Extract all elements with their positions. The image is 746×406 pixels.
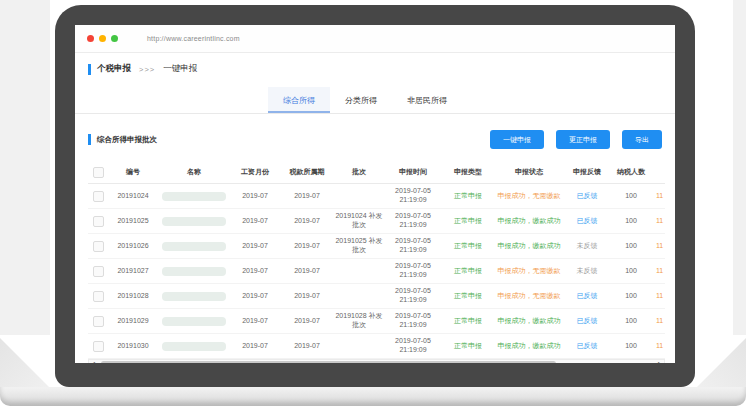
cell-name (158, 317, 230, 326)
table-row[interactable]: 20191027 2019-07 2019-07 2019-07-05 21:1… (88, 259, 665, 284)
laptop-base (0, 387, 746, 406)
cell-declare-type: 正常申报 (442, 342, 494, 351)
cell-taxpayer-count: 100 (610, 192, 652, 201)
cell-declare-type: 正常申报 (442, 242, 494, 251)
cell-feedback: 已反馈 (564, 192, 610, 201)
name-placeholder (162, 242, 226, 251)
cell-name (158, 192, 230, 201)
table-row[interactable]: 20191029 2019-07 2019-07 20191028 补发批次 2… (88, 309, 665, 334)
browser-window: http://www.careerintlinc.com 个税申报 >>> 一键… (75, 25, 675, 363)
traffic-light-minimize-icon[interactable] (99, 35, 106, 42)
breadcrumb: 个税申报 >>> 一键申报 (88, 63, 675, 75)
cell-feedback: 未反馈 (564, 267, 610, 276)
col-header-id: 编号 (108, 168, 158, 177)
row-checkbox[interactable] (93, 266, 104, 277)
cell-id: 20191027 (108, 267, 158, 276)
col-header-declare-time: 申报时间 (384, 168, 442, 177)
name-placeholder (162, 342, 226, 351)
name-placeholder (162, 192, 226, 201)
cell-feedback: 已反馈 (564, 342, 610, 351)
cell-declare-time: 2019-07-05 21:19:09 (384, 237, 442, 255)
tab-comprehensive-income[interactable]: 综合所得 (268, 87, 330, 113)
col-header-salary-month: 工资月份 (230, 168, 280, 177)
cell-tax-period: 2019-07 (280, 217, 334, 226)
row-checkbox[interactable] (93, 291, 104, 302)
scroll-right-icon[interactable]: ► (657, 360, 662, 363)
correct-declare-button[interactable]: 更正申报 (556, 130, 610, 149)
breadcrumb-current: 一键申报 (163, 63, 197, 75)
col-header-batch: 批次 (334, 168, 384, 177)
select-all-checkbox[interactable] (93, 167, 104, 178)
cell-salary-month: 2019-07 (230, 292, 280, 301)
table-row[interactable]: 20191024 2019-07 2019-07 2019-07-05 21:1… (88, 184, 665, 209)
cell-declare-status: 申报成功，无需缴款 (494, 292, 564, 301)
cell-feedback: 已反馈 (564, 292, 610, 301)
tab-nonresident-income[interactable]: 非居民所得 (392, 87, 462, 113)
cell-declare-type: 正常申报 (442, 267, 494, 276)
col-header-name: 名称 (158, 168, 230, 177)
table-row[interactable]: 20191026 2019-07 2019-07 20191025 补发批次 2… (88, 234, 665, 259)
name-placeholder (162, 292, 226, 301)
cell-salary-month: 2019-07 (230, 242, 280, 251)
browser-toolbar: http://www.careerintlinc.com (75, 25, 675, 53)
table-row[interactable]: 20191028 2019-07 2019-07 2019-07-05 21:1… (88, 284, 665, 309)
table-row[interactable]: 20191030 2019-07 2019-07 2019-07-05 21:1… (88, 334, 665, 359)
row-checkbox[interactable] (93, 316, 104, 327)
cell-feedback: 未反馈 (564, 242, 610, 251)
table-header-row: 编号 名称 工资月份 税款所属期 批次 申报时间 申报类型 申报状态 申报反馈 … (88, 162, 665, 184)
tab-divider (75, 113, 675, 114)
cell-salary-month: 2019-07 (230, 342, 280, 351)
address-bar[interactable]: http://www.careerintlinc.com (147, 35, 240, 42)
cell-clipped-amount: 11 (652, 267, 665, 276)
cell-id: 20191028 (108, 292, 158, 301)
title-accent-bar (88, 64, 91, 75)
cell-declare-type: 正常申报 (442, 317, 494, 326)
cell-feedback: 已反馈 (564, 317, 610, 326)
cell-declare-type: 正常申报 (442, 192, 494, 201)
cell-name (158, 217, 230, 226)
page-title: 个税申报 (97, 63, 131, 75)
one-click-declare-button[interactable]: 一键申报 (490, 130, 544, 149)
cell-clipped-amount: 11 (652, 242, 665, 251)
row-checkbox[interactable] (93, 341, 104, 352)
row-checkbox[interactable] (93, 241, 104, 252)
backdrop-left (0, 0, 50, 335)
name-placeholder (162, 317, 226, 326)
col-header-taxpayer-count: 纳税人数 (610, 168, 652, 177)
cell-name (158, 242, 230, 251)
name-placeholder (162, 217, 226, 226)
cell-taxpayer-count: 100 (610, 292, 652, 301)
cell-id: 20191029 (108, 317, 158, 326)
cell-tax-period: 2019-07 (280, 292, 334, 301)
cell-tax-period: 2019-07 (280, 317, 334, 326)
panel-title: 综合所得申报批次 (97, 135, 157, 145)
traffic-light-zoom-icon[interactable] (111, 35, 118, 42)
cell-declare-time: 2019-07-05 21:19:09 (384, 337, 442, 355)
cell-declare-status: 申报成功，缴款成功 (494, 317, 564, 326)
cell-id: 20191030 (108, 342, 158, 351)
traffic-light-close-icon[interactable] (87, 35, 94, 42)
cell-clipped-amount: 11 (652, 292, 665, 301)
cell-declare-time: 2019-07-05 21:19:09 (384, 287, 442, 305)
cell-name (158, 292, 230, 301)
cell-declare-time: 2019-07-05 21:19:09 (384, 187, 442, 205)
scrollbar-thumb[interactable] (101, 361, 556, 363)
export-button[interactable]: 导出 (622, 130, 662, 149)
cell-declare-status: 申报成功，缴款成功 (494, 242, 564, 251)
row-checkbox[interactable] (93, 191, 104, 202)
cell-declare-time: 2019-07-05 21:19:09 (384, 312, 442, 330)
cell-salary-month: 2019-07 (230, 267, 280, 276)
table-row[interactable]: 20191025 2019-07 2019-07 20191024 补发批次 2… (88, 209, 665, 234)
name-placeholder (162, 267, 226, 276)
row-checkbox[interactable] (93, 216, 104, 227)
col-header-declare-type: 申报类型 (442, 168, 494, 177)
scroll-left-icon[interactable]: ◄ (91, 360, 96, 363)
backdrop-right (733, 0, 746, 335)
horizontal-scrollbar[interactable]: ◄ ► (88, 359, 665, 363)
cell-declare-status: 申报成功，无需缴款 (494, 192, 564, 201)
cell-taxpayer-count: 100 (610, 267, 652, 276)
cell-id: 20191026 (108, 242, 158, 251)
cell-batch: 20191025 补发批次 (334, 237, 384, 255)
cell-id: 20191024 (108, 192, 158, 201)
tab-classified-income[interactable]: 分类所得 (330, 87, 392, 113)
